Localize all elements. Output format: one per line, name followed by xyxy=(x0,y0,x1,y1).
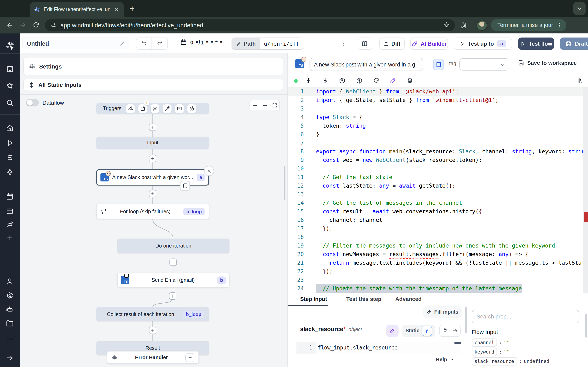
sidebar-item-schedules[interactable] xyxy=(0,192,20,201)
sidebar-item-folders[interactable] xyxy=(0,319,20,327)
websocket-trigger-icon[interactable] xyxy=(163,104,172,113)
ai-wand-icon[interactable] xyxy=(390,77,396,83)
webhook-trigger-icon[interactable] xyxy=(126,104,135,113)
assets-icon[interactable] xyxy=(305,77,311,83)
profile-avatar[interactable] xyxy=(476,20,487,30)
sidebar-item-resources[interactable] xyxy=(0,168,20,176)
add-error-handler-button[interactable] xyxy=(185,353,194,362)
sidebar-item-favorites[interactable] xyxy=(0,82,20,90)
flow-name-field[interactable]: Untitled xyxy=(22,38,130,49)
code-line[interactable]: 13 xyxy=(288,190,588,199)
code-editor[interactable]: 1import { WebClient } from '@slack/web-a… xyxy=(288,87,588,293)
back-button[interactable] xyxy=(3,18,16,32)
flow-input-prop[interactable]: keyword:"" xyxy=(472,348,510,356)
ai-builder-button[interactable]: AI Builder xyxy=(410,38,448,50)
poll-trigger-icon[interactable] xyxy=(188,104,196,113)
sidebar-item-routes[interactable] xyxy=(0,220,20,228)
add-step-button[interactable] xyxy=(149,124,156,131)
fill-inputs-button[interactable]: Fill inputs xyxy=(423,306,462,318)
test-flow-button[interactable]: Test flow xyxy=(518,38,554,50)
code-line[interactable]: 7 xyxy=(288,139,588,147)
sidebar-item-home[interactable] xyxy=(0,124,20,132)
run-preview-button[interactable] xyxy=(180,181,190,191)
plug-icon[interactable] xyxy=(442,328,448,334)
bookmark-star-icon[interactable] xyxy=(443,22,450,29)
send-email-node[interactable]: TS Send Email (gmail) b xyxy=(117,273,229,287)
reload-icon[interactable] xyxy=(373,77,379,83)
sidebar-item-add[interactable] xyxy=(0,234,20,242)
collect-result-node[interactable]: Collect result of each iteration b_loop xyxy=(96,307,209,321)
expr-value[interactable]: flow_input.slack_resource xyxy=(316,342,461,354)
forloop-node[interactable]: For loop (skip failures) b_loop xyxy=(96,204,209,219)
add-step-button[interactable] xyxy=(149,190,156,197)
step-input-scrollbar[interactable] xyxy=(465,307,467,333)
redo-button[interactable] xyxy=(152,38,167,49)
search-prop-input[interactable]: Search prop... xyxy=(472,310,579,323)
sidebar-item-runs[interactable] xyxy=(0,139,20,147)
primary-schedule-chip[interactable]: 0 */1 * * * * xyxy=(180,39,223,46)
sidebar-item-variables[interactable] xyxy=(0,154,20,161)
code-line[interactable]: 10 xyxy=(288,164,588,173)
error-handler-node[interactable]: Error Handler xyxy=(107,351,199,364)
sidebar-item-workspace[interactable] xyxy=(0,65,20,73)
package-icon[interactable] xyxy=(339,77,346,84)
draft-button[interactable]: Draft xyxy=(560,38,588,50)
code-line[interactable]: 4type Slack = { xyxy=(288,113,588,122)
package-icon[interactable] xyxy=(356,77,363,84)
code-line[interactable]: 3 xyxy=(288,104,588,113)
code-line[interactable]: 19 // Filter the messages to only includ… xyxy=(288,242,588,250)
script-box-button[interactable] xyxy=(433,59,444,70)
extensions-icon[interactable] xyxy=(457,18,470,32)
finish-update-button[interactable]: Terminer la mise à jour xyxy=(491,19,566,31)
route-trigger-icon[interactable] xyxy=(151,104,159,113)
save-to-workspace-button[interactable]: Save to workspace xyxy=(518,59,577,66)
flow-input-prop[interactable]: channel:"" xyxy=(472,338,510,347)
tag-select[interactable] xyxy=(459,58,509,71)
tab-test-this-step[interactable]: Test this step xyxy=(346,296,381,302)
code-line[interactable]: 21 return message.text.includes(keyword)… xyxy=(288,259,588,267)
code-line[interactable]: 23 xyxy=(288,276,588,284)
path-toggle[interactable]: Path u/henri/eff xyxy=(232,38,303,50)
path-label-segment[interactable]: Path xyxy=(232,38,260,49)
code-line[interactable]: 12 const lastState: any = await getState… xyxy=(288,182,588,190)
edit-pencil-icon[interactable] xyxy=(119,40,125,47)
expr-editor[interactable]: 1 flow_input.slack_resource xyxy=(296,342,461,354)
left-panel-scrollbar[interactable] xyxy=(284,166,285,200)
tab-close-icon[interactable]: ✕ xyxy=(113,6,120,13)
help-link[interactable]: Help xyxy=(436,356,454,363)
code-line[interactable]: 8export async function main(slack_resour… xyxy=(288,147,588,156)
browser-menu-kebab-icon[interactable] xyxy=(556,22,562,28)
variables-icon[interactable] xyxy=(322,77,328,83)
windmill-logo[interactable] xyxy=(0,41,20,50)
email-trigger-icon[interactable] xyxy=(175,104,184,113)
editor-settings-gear-icon[interactable] xyxy=(407,77,413,84)
add-step-button[interactable] xyxy=(169,259,177,266)
reload-button[interactable] xyxy=(29,18,43,32)
static-toggle[interactable]: Static ƒ xyxy=(402,325,435,337)
code-line[interactable]: 5 token: string xyxy=(288,122,588,130)
schedule-trigger-icon[interactable]: 1 xyxy=(139,104,147,113)
step-a-node[interactable]: TS A new Slack post with a given wor... … xyxy=(96,169,209,185)
triggers-node[interactable]: Triggers 1 xyxy=(96,103,209,114)
code-line[interactable]: 24 // Update the state with the timestam… xyxy=(288,284,588,293)
docs-button[interactable] xyxy=(357,38,372,50)
code-line[interactable]: 22 }); xyxy=(288,267,588,276)
code-line[interactable]: 17 }); xyxy=(288,224,588,233)
code-line[interactable]: 1import { WebClient } from '@slack/web-a… xyxy=(288,87,588,96)
undo-button[interactable] xyxy=(136,38,152,49)
code-line[interactable]: 15 const result = await web.conversation… xyxy=(288,207,588,216)
more-options-kebab[interactable] xyxy=(341,39,347,49)
sidebar-item-search[interactable] xyxy=(0,99,20,107)
sidebar-item-workers[interactable] xyxy=(0,305,20,314)
editor-scrollbar-track[interactable] xyxy=(583,87,588,293)
code-line[interactable]: 14 // Get the list of messages in the ch… xyxy=(288,199,588,207)
code-line[interactable]: 11 // Get the last state xyxy=(288,173,588,182)
add-step-button[interactable] xyxy=(149,327,156,334)
sidebar-item-account[interactable] xyxy=(0,277,20,285)
ai-fill-button[interactable] xyxy=(386,325,398,337)
step-name-input[interactable]: A new Slack post with a given word in a … xyxy=(310,58,423,71)
flow-input-node[interactable]: Input xyxy=(96,137,209,149)
code-line[interactable]: 6} xyxy=(288,130,588,139)
sidebar-item-audit-logs[interactable] xyxy=(0,333,20,341)
new-tab-button[interactable]: + xyxy=(130,4,135,13)
